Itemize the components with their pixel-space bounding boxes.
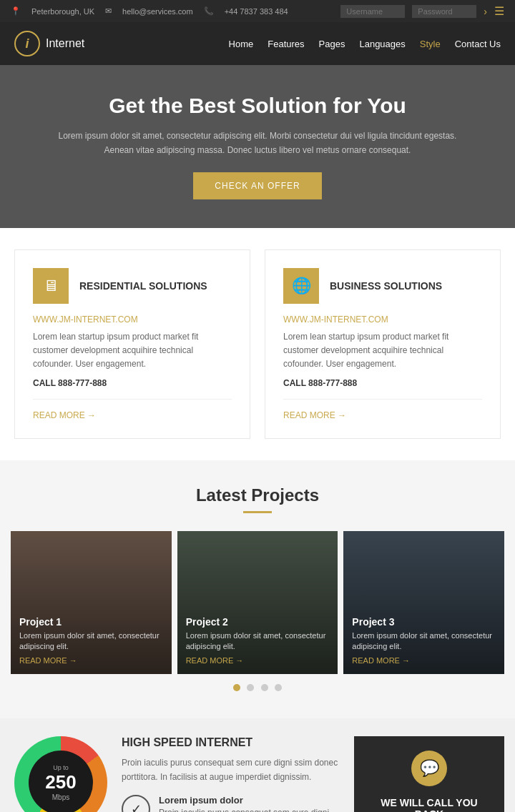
speed-callback-section: Up to 250 Mbps HIGH SPEED INTERNET Proin… (0, 718, 515, 812)
hero-section: Get the Best Solution for You Lorem ipsu… (0, 65, 515, 228)
speed-gauge-wrapper: Up to 250 Mbps (11, 736, 111, 812)
project-read-more-1[interactable]: READ MORE → (19, 656, 77, 665)
projects-section: Latest Projects Project 1 Lorem ipsum do… (0, 460, 515, 718)
logo-icon: i (14, 31, 40, 56)
hero-content: Get the Best Solution for You Lorem ipsu… (50, 94, 465, 199)
project-card-3: Project 3 Lorem ipsum dolor sit amet, co… (343, 531, 504, 674)
gauge-inner: Up to 250 Mbps (29, 751, 93, 812)
hamburger-icon[interactable]: ☰ (494, 4, 504, 18)
callback-icon: 💬 (411, 751, 447, 786)
project-info-2: Project 2 Lorem ipsum dolor sit amet, co… (177, 608, 338, 675)
login-arrow[interactable]: › (484, 6, 487, 17)
topbar-left: 📍 Peterborough, UK ✉ hello@services.com … (11, 6, 288, 16)
dot-1[interactable] (233, 684, 240, 691)
solution-header-business: 🌐 BUSINESS SOLUTIONS (283, 268, 482, 304)
nav-features[interactable]: Features (268, 39, 304, 49)
logo: i Internet (14, 31, 84, 56)
solution-icon-business: 🌐 (283, 268, 319, 304)
solution-call-business: CALL 888-777-888 (283, 378, 482, 388)
speed-item-desc-1: Proin iaculis purus consequat sem cure d… (159, 808, 343, 812)
username-input[interactable] (340, 5, 405, 18)
project-desc-2: Lorem ipsum dolor sit amet, consectetur … (186, 630, 330, 653)
topbar-location: Peterborough, UK (31, 7, 94, 16)
nav-contact[interactable]: Contact Us (455, 39, 501, 49)
nav-style[interactable]: Style (420, 39, 441, 49)
speed-title: HIGH SPEED INTERNET (122, 736, 343, 749)
dot-3[interactable] (261, 684, 268, 691)
solution-link-residential[interactable]: WWW.JM-INTERNET.COM (33, 315, 232, 325)
location-icon: 📍 (11, 6, 21, 16)
callback-title: WE WILL CALL YOU BACK (368, 797, 490, 812)
topbar-phone: +44 7837 383 484 (225, 7, 288, 16)
hero-description: Lorem ipsum dolor sit amet, consectetur … (50, 129, 465, 158)
speed-item-icon-1: ✓ (122, 795, 150, 812)
topbar-email: hello@services.com (122, 7, 193, 16)
header: i Internet Home Features Pages Languages… (0, 22, 515, 65)
speed-item-1: ✓ Lorem ipsum dolor Proin iaculis purus … (122, 795, 343, 812)
solution-card-residential: 🖥 RESIDENTIAL SOLUTIONS WWW.JM-INTERNET.… (14, 249, 250, 440)
project-name-1: Project 1 (19, 616, 163, 628)
projects-underline (243, 511, 272, 513)
nav-home[interactable]: Home (229, 39, 254, 49)
project-info-3: Project 3 Lorem ipsum dolor sit amet, co… (343, 608, 504, 675)
project-desc-3: Lorem ipsum dolor sit amet, consectetur … (352, 630, 496, 653)
nav-languages[interactable]: Languages (359, 39, 405, 49)
project-info-1: Project 1 Lorem ipsum dolor sit amet, co… (11, 608, 172, 675)
solution-link-business[interactable]: WWW.JM-INTERNET.COM (283, 315, 482, 325)
project-card-1: Project 1 Lorem ipsum dolor sit amet, co… (11, 531, 172, 674)
projects-title: Latest Projects (11, 485, 504, 505)
project-read-more-2[interactable]: READ MORE → (186, 656, 244, 665)
project-bg-3: Project 3 Lorem ipsum dolor sit amet, co… (343, 531, 504, 674)
gauge-value: 250 (45, 771, 76, 793)
check-offer-button[interactable]: CHECK AN OFFER (193, 172, 321, 199)
project-bg-1: Project 1 Lorem ipsum dolor sit amet, co… (11, 531, 172, 674)
solutions-section: 🖥 RESIDENTIAL SOLUTIONS WWW.JM-INTERNET.… (0, 228, 515, 461)
solution-read-more-business[interactable]: READ MORE → (283, 399, 482, 420)
password-input[interactable] (412, 5, 476, 18)
project-read-more-3[interactable]: READ MORE → (352, 656, 410, 665)
speed-item-text-1: Lorem ipsum dolor Proin iaculis purus co… (159, 795, 343, 812)
callback-box: 💬 WE WILL CALL YOU BACK SEND (354, 736, 504, 812)
solution-icon-residential: 🖥 (33, 268, 69, 304)
solution-title-residential: RESIDENTIAL SOLUTIONS (79, 280, 207, 292)
speed-content: HIGH SPEED INTERNET Proin iaculis purus … (122, 736, 343, 812)
email-icon: ✉ (105, 6, 112, 16)
dot-2[interactable] (247, 684, 254, 691)
speed-intro: Proin iaculis purus consequat sem cure d… (122, 756, 343, 783)
solution-text-business: Lorem lean startup ipsum product market … (283, 330, 482, 372)
carousel-dots (11, 683, 504, 693)
project-name-3: Project 3 (352, 616, 496, 628)
nav-pages[interactable]: Pages (319, 39, 345, 49)
gauge-upto: Up to (53, 764, 69, 771)
solution-call-residential: CALL 888-777-888 (33, 378, 232, 388)
main-nav: Home Features Pages Languages Style Cont… (229, 39, 501, 49)
project-bg-2: Project 2 Lorem ipsum dolor sit amet, co… (177, 531, 338, 674)
project-desc-1: Lorem ipsum dolor sit amet, consectetur … (19, 630, 163, 653)
phone-icon: 📞 (204, 6, 214, 16)
solution-card-business: 🌐 BUSINESS SOLUTIONS WWW.JM-INTERNET.COM… (265, 249, 501, 440)
solution-read-more-residential[interactable]: READ MORE → (33, 399, 232, 420)
hero-title: Get the Best Solution for You (50, 94, 465, 118)
solution-title-business: BUSINESS SOLUTIONS (330, 280, 442, 292)
gauge-unit: Mbps (52, 793, 69, 801)
logo-name: Internet (46, 37, 84, 50)
topbar: 📍 Peterborough, UK ✉ hello@services.com … (0, 0, 515, 22)
solution-header-residential: 🖥 RESIDENTIAL SOLUTIONS (33, 268, 232, 304)
speed-item-title-1: Lorem ipsum dolor (159, 795, 343, 806)
project-card-2: Project 2 Lorem ipsum dolor sit amet, co… (177, 531, 338, 674)
dot-4[interactable] (275, 684, 282, 691)
solution-text-residential: Lorem lean startup ipsum product market … (33, 330, 232, 372)
projects-grid: Project 1 Lorem ipsum dolor sit amet, co… (11, 531, 504, 674)
project-name-2: Project 2 (186, 616, 330, 628)
speed-gauge: Up to 250 Mbps (14, 736, 107, 812)
topbar-right: › ☰ (340, 4, 504, 18)
